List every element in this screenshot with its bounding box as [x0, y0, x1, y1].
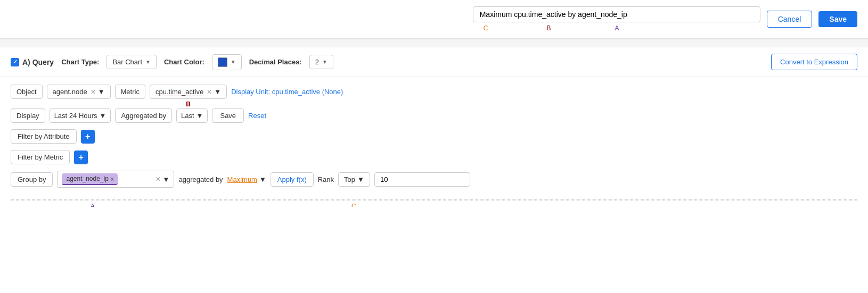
display-row: Display Last 24 Hours ▼ Aggregated by La… [11, 108, 857, 123]
aggregated-value-select[interactable]: Last ▼ [176, 108, 208, 123]
metric-b-label: B [186, 101, 191, 108]
metric-clear-icon[interactable]: ✕ [207, 88, 212, 96]
display-chevron-icon: ▼ [100, 112, 107, 120]
group-by-tag-remove-icon[interactable]: x [111, 175, 114, 182]
filter-attribute-add-button[interactable]: + [81, 130, 95, 144]
display-save-button[interactable]: Save [212, 108, 244, 123]
display-label-pill: Display [11, 108, 45, 123]
decimal-value: 2 [315, 58, 319, 66]
aggregated-value: Last [181, 112, 194, 120]
label-a-top: A [615, 24, 619, 32]
bottom-label-a: A [91, 203, 95, 207]
metric-label-pill: Metric [115, 85, 145, 99]
object-metric-row: Object agent.node ✕ ▼ Metric cpu.time_ac… [11, 85, 857, 99]
display-reset-button[interactable]: Reset [248, 112, 266, 120]
group-by-row: Group by agent_node_ip x ✕ ▼ aggregated … [11, 171, 857, 188]
top-select[interactable]: Top ▼ [338, 172, 370, 187]
title-input-container: C B A [473, 6, 760, 32]
top-chevron-icon: ▼ [357, 175, 364, 183]
query-checkbox[interactable]: ✓ [11, 58, 19, 66]
label-c-top: C [484, 24, 488, 32]
save-button[interactable]: Save [818, 11, 857, 27]
chart-type-select[interactable]: Bar Chart ▼ [107, 55, 157, 69]
apply-fx-button[interactable]: Apply f(x) [271, 172, 314, 187]
decimal-places-select[interactable]: 2 ▼ [309, 55, 333, 69]
filter-attribute-row: Filter by Attribute + [11, 129, 857, 144]
display-label: Display [17, 112, 39, 120]
metric-chevron-icon[interactable]: ▼ [214, 88, 221, 96]
top-number-input[interactable] [374, 172, 470, 187]
metric-value: cpu.time_active [155, 88, 203, 96]
filter-metric-row: Filter by Metric + [11, 150, 857, 164]
group-by-label: Group by [11, 172, 53, 187]
filter-metric-label: Filter by Metric [11, 150, 70, 164]
object-value: agent.node [53, 88, 87, 96]
query-checkbox-label[interactable]: ✓ A) Query [11, 58, 54, 66]
chart-type-value: Bar Chart [112, 58, 142, 66]
aggregated-by-pill: Aggregated by [115, 108, 172, 123]
chart-color-select[interactable]: ▼ [212, 54, 242, 70]
color-swatch [218, 57, 227, 67]
chart-color-label: Chart Color: [164, 58, 204, 66]
query-bar: ✓ A) Query Chart Type: Bar Chart ▼ Chart… [0, 47, 868, 77]
display-value: Last 24 Hours [54, 112, 97, 120]
decimal-chevron-icon: ▼ [322, 59, 327, 65]
title-labels: C B A [473, 24, 760, 32]
group-by-tag[interactable]: agent_node_ip x [62, 173, 118, 185]
query-label: A) Query [22, 58, 54, 66]
display-value-select[interactable]: Last 24 Hours ▼ [50, 108, 111, 123]
bottom-label-c: C [351, 203, 356, 207]
metric-value-pill[interactable]: cpu.time_active ✕ ▼ B [150, 85, 227, 99]
cancel-button[interactable]: Cancel [767, 11, 813, 28]
chart-type-chevron-icon: ▼ [145, 59, 151, 65]
chart-type-label: Chart Type: [61, 58, 99, 66]
convert-to-expression-button[interactable]: Convert to Expression [771, 54, 857, 70]
aggregated-by-label: Aggregated by [121, 112, 166, 120]
object-chevron-icon[interactable]: ▼ [98, 88, 105, 96]
maximum-chevron-icon: ▼ [259, 175, 266, 183]
object-pill: Object [11, 85, 43, 99]
label-b-top: B [546, 24, 551, 32]
top-value: Top [344, 175, 355, 183]
object-value-pill[interactable]: agent.node ✕ ▼ [47, 85, 111, 99]
filter-metric-add-button[interactable]: + [74, 150, 88, 164]
top-bar: C B A Cancel Save [0, 0, 868, 39]
maximum-select[interactable]: Maximum ▼ [227, 175, 266, 183]
title-input[interactable] [473, 6, 760, 22]
filter-attribute-label: Filter by Attribute [11, 129, 77, 144]
rank-label: Rank [318, 175, 334, 183]
group-by-tag-value: agent_node_ip [66, 175, 108, 182]
aggregated-chevron-icon: ▼ [196, 112, 203, 120]
object-clear-icon[interactable]: ✕ [91, 88, 96, 96]
group-field-container: agent_node_ip x ✕ ▼ [57, 171, 174, 188]
display-unit-link[interactable]: Display Unit: cpu.time_active (None) [231, 88, 343, 96]
color-chevron-icon: ▼ [231, 59, 236, 65]
aggregated-by-group-label: aggregated by [178, 175, 223, 183]
maximum-value: Maximum [227, 175, 257, 183]
group-field-chevron-icon[interactable]: ▼ [163, 175, 170, 183]
object-label: Object [17, 88, 37, 96]
section-divider [0, 39, 868, 47]
decimal-places-label: Decimal Places: [249, 58, 302, 66]
group-field-clear-icon[interactable]: ✕ [155, 175, 161, 183]
config-area: Object agent.node ✕ ▼ Metric cpu.time_ac… [0, 77, 868, 195]
bottom-labels: A C [0, 200, 868, 207]
metric-label: Metric [121, 88, 140, 96]
